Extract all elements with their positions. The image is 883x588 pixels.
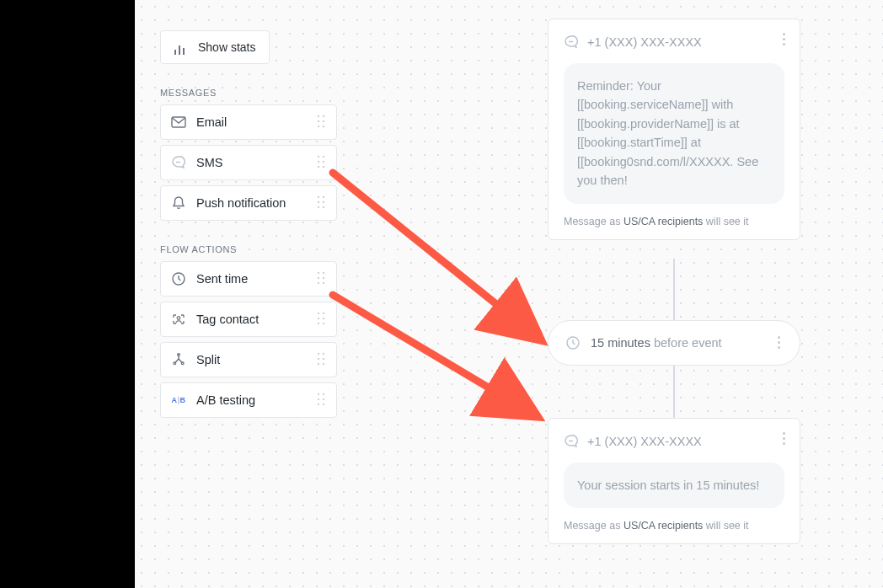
drag-handle-icon[interactable] (318, 313, 326, 326)
foot-post: will see it (703, 216, 748, 227)
svg-point-5 (181, 362, 184, 365)
node-header: +1 (XXX) XXX-XXXX (564, 35, 784, 50)
sms-node-card[interactable]: +1 (XXX) XXX-XXXX Your session starts in… (548, 418, 800, 544)
message-item-email[interactable]: Email (160, 104, 337, 140)
flow-column: +1 (XXX) XXX-XXXX Reminder: Your [[booki… (548, 0, 800, 588)
foot-recipients: US/CA recipients (623, 520, 703, 532)
sidebar: Show stats MESSAGES Email SMS (160, 30, 337, 418)
node-phone: +1 (XXX) XXX-XXXX (587, 35, 702, 49)
sms-node-card[interactable]: +1 (XXX) XXX-XXXX Reminder: Your [[booki… (548, 19, 800, 240)
drag-handle-icon[interactable] (318, 196, 326, 210)
show-stats-label: Show stats (198, 40, 255, 54)
clock-icon (171, 271, 186, 286)
delay-text: 15 minutes before event (591, 336, 722, 350)
node-menu-button[interactable] (778, 432, 789, 445)
flow-action-label: Split (196, 353, 308, 366)
section-title-messages: MESSAGES (160, 88, 337, 98)
flow-canvas[interactable]: Show stats MESSAGES Email SMS (135, 0, 883, 588)
node-menu-button[interactable] (773, 336, 784, 349)
message-item-label: Push notification (196, 196, 308, 210)
flow-action-sent-time[interactable]: Sent time (160, 261, 337, 297)
node-menu-button[interactable] (778, 33, 789, 45)
connector-line (673, 259, 675, 320)
flow-action-ab-testing[interactable]: A|B A/B testing (160, 382, 337, 418)
clock-icon (565, 335, 581, 350)
message-bubble: Reminder: Your [[booking.serviceName]] w… (564, 63, 784, 204)
delay-rest: before event (650, 336, 722, 350)
node-footer: Message as US/CA recipients will see it (564, 520, 784, 532)
svg-point-4 (174, 362, 176, 365)
message-item-label: Email (196, 115, 308, 129)
email-icon (171, 115, 186, 130)
split-icon (171, 352, 186, 367)
svg-line-8 (333, 295, 531, 413)
node-footer: Message as US/CA recipients will see it (564, 216, 784, 227)
foot-pre: Message as (564, 520, 623, 532)
tag-contact-icon (171, 312, 186, 327)
drag-handle-icon[interactable] (318, 353, 326, 366)
message-item-push[interactable]: Push notification (160, 185, 337, 221)
flow-action-label: Tag contact (196, 313, 308, 326)
show-stats-button[interactable]: Show stats (160, 30, 270, 64)
drag-handle-icon[interactable] (318, 156, 326, 169)
flow-action-label: A/B testing (196, 393, 308, 407)
svg-point-2 (177, 317, 180, 320)
svg-point-3 (178, 354, 180, 356)
message-item-label: SMS (196, 156, 308, 169)
flow-action-tag-contact[interactable]: Tag contact (160, 302, 337, 337)
foot-recipients: US/CA recipients (623, 216, 703, 227)
bell-icon (171, 195, 186, 211)
connector-line (673, 366, 675, 418)
ab-testing-icon: A|B (171, 393, 186, 408)
stats-icon (174, 40, 190, 55)
svg-line-7 (333, 173, 535, 335)
message-bubble: Your session starts in 15 minutes! (564, 462, 784, 508)
message-item-sms[interactable]: SMS (160, 145, 337, 180)
foot-pre: Message as (564, 216, 623, 227)
foot-post: will see it (703, 520, 748, 532)
sms-icon (171, 155, 186, 170)
drag-handle-icon[interactable] (318, 393, 326, 407)
flow-actions-list: Sent time Tag contact Split A|B A/B te (160, 261, 337, 418)
messages-list: Email SMS Push notification (160, 104, 337, 221)
flow-action-split[interactable]: Split (160, 342, 337, 377)
delay-pill[interactable]: 15 minutes before event (548, 320, 800, 366)
left-gutter (0, 0, 135, 588)
delay-minutes: 15 minutes (591, 336, 650, 350)
node-header: +1 (XXX) XXX-XXXX (564, 434, 784, 449)
sms-icon (564, 434, 579, 449)
node-phone: +1 (XXX) XXX-XXXX (587, 435, 702, 448)
sms-icon (564, 35, 579, 50)
flow-action-label: Sent time (196, 272, 308, 286)
section-title-flow-actions: FLOW ACTIONS (160, 244, 337, 254)
drag-handle-icon[interactable] (318, 115, 326, 129)
drag-handle-icon[interactable] (318, 272, 326, 286)
